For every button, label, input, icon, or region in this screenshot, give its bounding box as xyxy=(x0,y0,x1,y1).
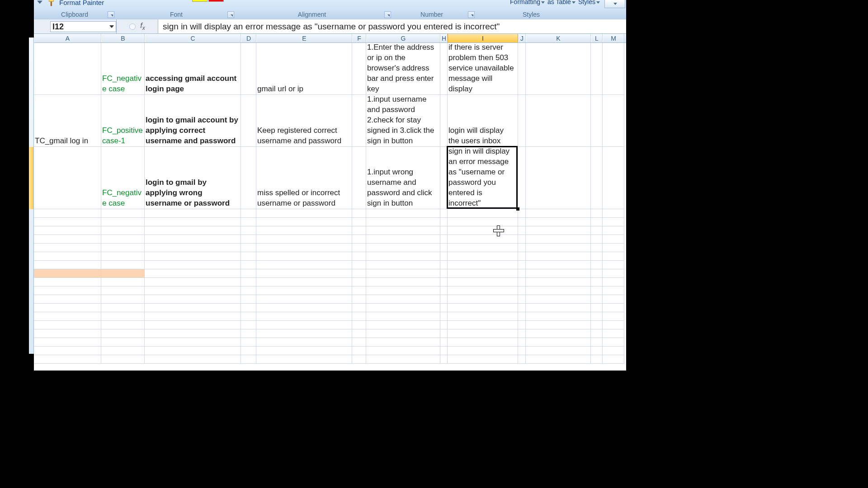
cell[interactable] xyxy=(591,312,603,321)
cell[interactable] xyxy=(518,329,526,338)
cell[interactable] xyxy=(101,329,145,338)
cell[interactable] xyxy=(603,244,624,252)
cell[interactable] xyxy=(34,261,101,269)
cell[interactable] xyxy=(448,355,518,364)
cell[interactable] xyxy=(256,269,352,278)
cell[interactable] xyxy=(526,244,591,252)
cell[interactable] xyxy=(603,329,624,338)
cell[interactable] xyxy=(603,347,624,355)
column-header-J[interactable]: J xyxy=(518,34,526,42)
cell[interactable] xyxy=(101,252,145,261)
cell[interactable] xyxy=(591,321,603,329)
cell[interactable] xyxy=(241,321,256,329)
cell[interactable] xyxy=(448,278,518,286)
cell[interactable] xyxy=(241,278,256,286)
cell[interactable] xyxy=(448,338,518,347)
cell[interactable] xyxy=(448,304,518,312)
cell[interactable] xyxy=(145,304,241,312)
cell[interactable] xyxy=(526,261,591,269)
cell[interactable] xyxy=(440,244,448,252)
cell[interactable]: login to gmail by applying wrong usernam… xyxy=(145,147,241,209)
cell[interactable] xyxy=(352,286,366,295)
cell[interactable] xyxy=(101,209,145,218)
cell[interactable] xyxy=(352,329,366,338)
cell[interactable] xyxy=(352,252,366,261)
cell[interactable] xyxy=(145,252,241,261)
cell[interactable] xyxy=(440,209,448,218)
cell[interactable] xyxy=(34,278,101,286)
cell[interactable] xyxy=(603,43,624,95)
cell[interactable] xyxy=(603,286,624,295)
name-box-dropdown-icon[interactable] xyxy=(109,25,114,28)
cell[interactable] xyxy=(448,295,518,304)
cell[interactable] xyxy=(256,338,352,347)
cell[interactable] xyxy=(518,295,526,304)
cell[interactable] xyxy=(440,278,448,286)
cell[interactable] xyxy=(518,278,526,286)
cell[interactable] xyxy=(352,338,366,347)
cell[interactable] xyxy=(440,235,448,244)
cell[interactable] xyxy=(591,286,603,295)
cell[interactable] xyxy=(145,209,241,218)
column-header-D[interactable]: D xyxy=(241,34,256,42)
cell[interactable] xyxy=(34,321,101,329)
cell[interactable] xyxy=(241,261,256,269)
cell[interactable] xyxy=(591,295,603,304)
cell[interactable] xyxy=(591,235,603,244)
name-box[interactable]: I12 xyxy=(50,21,116,32)
cell[interactable] xyxy=(256,304,352,312)
format-painter-button[interactable]: Format Painter xyxy=(47,0,104,7)
cell[interactable] xyxy=(440,269,448,278)
cell[interactable] xyxy=(145,329,241,338)
cell[interactable] xyxy=(591,226,603,235)
cell[interactable] xyxy=(448,209,518,218)
cell[interactable] xyxy=(526,43,591,95)
cell[interactable] xyxy=(440,286,448,295)
cell[interactable] xyxy=(256,295,352,304)
cell[interactable] xyxy=(241,312,256,321)
cell[interactable] xyxy=(241,147,256,209)
cell[interactable] xyxy=(256,347,352,355)
cell[interactable] xyxy=(101,269,145,278)
cell[interactable] xyxy=(366,261,440,269)
cell[interactable] xyxy=(591,355,603,364)
cell[interactable] xyxy=(241,218,256,226)
cell[interactable]: 1.Enter the address or ip on the browser… xyxy=(366,43,440,95)
cell[interactable] xyxy=(352,261,366,269)
cell[interactable] xyxy=(591,338,603,347)
cell[interactable] xyxy=(34,147,101,209)
cell[interactable] xyxy=(526,278,591,286)
cell[interactable] xyxy=(526,304,591,312)
cell[interactable] xyxy=(366,252,440,261)
cell[interactable] xyxy=(448,269,518,278)
cell[interactable] xyxy=(603,218,624,226)
cell[interactable] xyxy=(591,95,603,147)
cell[interactable] xyxy=(145,218,241,226)
cell[interactable]: Keep registered correct username and pas… xyxy=(256,95,352,147)
cell[interactable] xyxy=(256,244,352,252)
cell[interactable] xyxy=(603,95,624,147)
cell-styles-button[interactable]: Styles xyxy=(578,0,600,5)
cell[interactable] xyxy=(101,226,145,235)
column-header-F[interactable]: F xyxy=(352,34,366,42)
cell[interactable] xyxy=(145,347,241,355)
cell[interactable] xyxy=(256,252,352,261)
cell[interactable] xyxy=(34,252,101,261)
cell[interactable] xyxy=(526,235,591,244)
cell[interactable] xyxy=(366,235,440,244)
cell[interactable]: FC_positive case-1 xyxy=(101,95,145,147)
cell[interactable] xyxy=(34,269,101,278)
cell[interactable] xyxy=(526,355,591,364)
cell[interactable] xyxy=(518,347,526,355)
cell[interactable] xyxy=(145,244,241,252)
cell[interactable] xyxy=(34,347,101,355)
cell[interactable] xyxy=(440,226,448,235)
cell[interactable] xyxy=(352,278,366,286)
cell[interactable] xyxy=(603,304,624,312)
cell[interactable] xyxy=(366,347,440,355)
cell[interactable] xyxy=(448,329,518,338)
cell[interactable] xyxy=(366,295,440,304)
cell[interactable] xyxy=(366,244,440,252)
cell[interactable] xyxy=(352,43,366,95)
column-header-H[interactable]: H xyxy=(440,34,448,42)
